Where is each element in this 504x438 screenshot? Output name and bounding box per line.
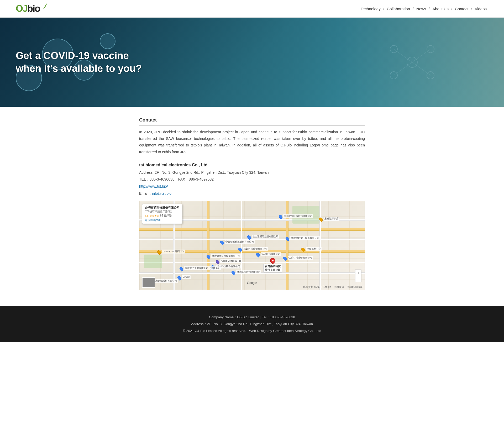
road-v2: [241, 201, 242, 290]
nav-sep-1: /: [382, 7, 385, 11]
map-marker-8: 台灣偲克技術股份有限公司: [207, 255, 210, 259]
road-major-v2: [207, 201, 209, 290]
map-marker-alpha: Alpha Coffee & Tea: [216, 260, 219, 264]
map-show-more-link[interactable]: 顯示詳細說明: [145, 219, 161, 221]
main-content: Contact In 2020, JRC decided to shrink t…: [134, 107, 370, 306]
nav-sep-2: /: [412, 7, 415, 11]
email-link[interactable]: info@tst.bio: [152, 191, 171, 196]
nav-contact[interactable]: Contact: [453, 7, 470, 11]
map-marker-14: 固安特: [178, 276, 181, 280]
contact-description: In 2020, JRC decided to shrink the devel…: [139, 129, 365, 155]
map-company-chinese: 台灣嘉碩科技股份有限公司: [145, 206, 180, 210]
logo-oj: OJ: [16, 3, 27, 14]
map-info-box[interactable]: 台灣嘉碩科技股份有限公司 324桃市平鎮區二路3號 3.8 ★★★★ 85 篇評…: [142, 204, 182, 224]
map-container[interactable]: 台灣嘉碩科技股份有限公司 324桃市平鎮區二路3號 3.8 ★★★★ 85 篇評…: [139, 201, 365, 290]
footer-copyright: © 2021 OJ-Bio Limited All rights reserve…: [183, 329, 246, 333]
map-zoom-controls: + −: [355, 270, 361, 282]
map-marker-2: 全新光電科技股份有限公司: [279, 215, 282, 219]
map-marker-1: 士士達國際股份有限公司: [248, 235, 251, 239]
nav-videos[interactable]: Videos: [473, 7, 488, 11]
main-map-pin: 台灣嘉碩科技股份有限公司: [263, 258, 282, 273]
map-marker-6: 台灣縫封電子股份有限公司: [286, 237, 289, 241]
map-stars: ★★★★: [150, 214, 159, 217]
logo[interactable]: OJbio: [16, 3, 48, 14]
nav-news[interactable]: News: [415, 7, 428, 11]
map-marker-7: 7-ELEVEN 新鎮門市: [158, 250, 161, 254]
nav-technology[interactable]: Technology: [359, 7, 382, 11]
map-rating: 3.8: [145, 214, 149, 217]
map-google-logo: Google: [247, 281, 257, 285]
logo-signal-icon: [40, 3, 48, 10]
tel-fax-line: TEL：886-3-4690038 FAX：886-3-4697532: [139, 176, 365, 183]
company-name: tst biomedical electronics Co., Ltd.: [139, 163, 365, 167]
street-view-thumbnail[interactable]: [142, 277, 155, 288]
nav-sep-4: /: [450, 7, 453, 11]
email-label: Email：: [139, 191, 152, 196]
map-marker-16: 家樂福平鎮店: [319, 217, 323, 221]
nav-collaboration[interactable]: Collaboration: [385, 7, 412, 11]
pin-head: [269, 257, 276, 264]
map-marker-4: 志超科技股份有限公司: [239, 247, 242, 252]
nav-sep-5: /: [470, 7, 473, 11]
map-marker-10: 台灣電子工業有限公司（平鎮廠）: [180, 267, 183, 271]
site-header: OJbio Technology / Collaboration / News …: [0, 0, 504, 18]
pin-dot: [272, 260, 274, 262]
hero-line2: when it's available to you?: [16, 63, 142, 74]
map-marker-5: 弘碩股份有限公司: [256, 253, 260, 257]
map-zoom-out-button[interactable]: −: [355, 276, 361, 282]
site-footer: Company Name：OJ-Bio Limited | Tel：+886-3…: [0, 306, 504, 342]
hero-line1: Get a COVID-19 vaccine: [16, 50, 129, 61]
address-line: Address: 2F., No. 3, Gongye 2nd Rd., Pin…: [139, 169, 365, 176]
email-line: Email：info@tst.bio: [139, 190, 365, 197]
main-nav: Technology / Collaboration / News / Abou…: [359, 7, 488, 11]
pin-label: 台灣嘉碩科技股份有限公司: [263, 264, 282, 273]
logo-bio: bio: [27, 3, 40, 14]
footer-webdesign: Web Design by Greatest Idea Strategy Co.…: [249, 329, 321, 333]
nav-sep-3: /: [428, 7, 431, 11]
road-v3: [319, 201, 321, 290]
nav-about-us[interactable]: About Us: [431, 7, 450, 11]
map-copyright: 地圖資料 ©2021 Google 使用條款 回報地圖錯誤: [303, 285, 363, 289]
hero-mask-overlay: [227, 18, 504, 107]
map-marker-13: 全聯福利中心: [302, 247, 305, 252]
map-marker-3: 中豐精測科技股份有限公司: [220, 240, 224, 245]
map-reviews: 85 篇評論: [160, 214, 172, 218]
map-marker-11: 台灣晶振股份有限公司: [232, 271, 235, 275]
map-background: 台灣嘉碩科技股份有限公司 324桃市平鎮區二路3號 3.8 ★★★★ 85 篇評…: [139, 201, 365, 290]
contact-section-title: Contact: [139, 117, 365, 126]
hero-text-block: Get a COVID-19 vaccine when it's availab…: [0, 49, 158, 75]
map-zoom-in-button[interactable]: +: [355, 270, 361, 276]
contact-details: Address: 2F., No. 3, Gongye 2nd Rd., Pin…: [139, 169, 365, 197]
green-area-1: [144, 255, 162, 268]
map-marker-12: 弘碩材料股份有限公司: [284, 256, 287, 261]
hero-banner: Get a COVID-19 vaccine when it's availab…: [0, 18, 504, 107]
footer-address: Address：2F., No. 3, Gongye 2nd Rd., Ping…: [5, 321, 499, 328]
website-link[interactable]: http://www.tst.bio/: [139, 184, 168, 188]
footer-company-info: Company Name：OJ-Bio Limited | Tel：+886-3…: [5, 314, 499, 321]
map-address-chinese: 324桃市平鎮區二路3號: [145, 210, 180, 213]
